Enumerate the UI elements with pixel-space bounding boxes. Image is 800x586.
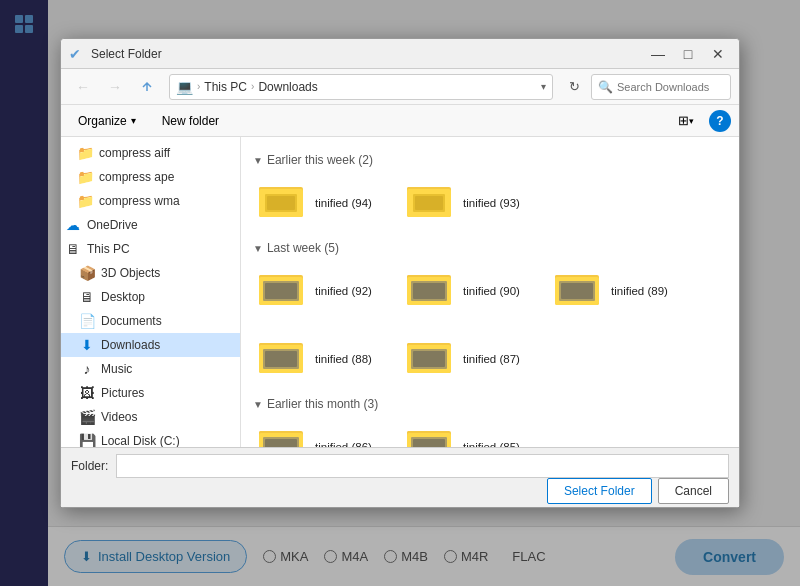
help-button[interactable]: ? xyxy=(709,110,731,132)
folder-item-88[interactable]: tinified (88) xyxy=(253,329,393,389)
folder-item-85[interactable]: tinified (85) xyxy=(401,417,541,447)
videos-icon: 🎬 xyxy=(79,409,95,425)
folder-thumb xyxy=(259,335,307,383)
sidebar-item-label: Videos xyxy=(101,410,137,424)
pc-icon: 🖥 xyxy=(65,241,81,257)
search-icon: 🔍 xyxy=(598,80,613,94)
sidebar-item-label: Documents xyxy=(101,314,162,328)
folder-name: tinified (92) xyxy=(315,284,372,299)
folder-thumb xyxy=(259,423,307,447)
sidebar-item-music[interactable]: ♪ Music xyxy=(61,357,240,381)
downloads-icon: ⬇ xyxy=(79,337,95,353)
sidebar-item-onedrive[interactable]: ☁ OneDrive xyxy=(61,213,240,237)
dialog-content: ▼ Earlier this week (2) xyxy=(241,137,739,447)
group-chevron: ▼ xyxy=(253,399,263,410)
svg-rect-13 xyxy=(415,196,443,210)
select-folder-button[interactable]: Select Folder xyxy=(547,478,652,504)
dialog-footer: Folder: Select Folder Cancel xyxy=(61,447,739,507)
folder-name: tinified (90) xyxy=(463,284,520,299)
folder-thumb xyxy=(407,423,455,447)
folder-name: tinified (94) xyxy=(315,196,372,211)
folder-thumb xyxy=(555,267,603,315)
breadcrumb-icon: 💻 xyxy=(176,79,193,95)
organize-label: Organize xyxy=(78,114,127,128)
view-dropdown-arrow: ▾ xyxy=(689,116,694,126)
dialog-overlay: ✔ Select Folder — □ ✕ ← → 💻 › This PC › xyxy=(0,0,800,586)
minimize-button[interactable]: — xyxy=(645,44,671,64)
docs-icon: 📄 xyxy=(79,313,95,329)
sidebar-item-downloads[interactable]: ⬇ Downloads xyxy=(61,333,240,357)
new-folder-button[interactable]: New folder xyxy=(153,109,228,133)
sidebar-item-label: Music xyxy=(101,362,132,376)
new-folder-label: New folder xyxy=(162,114,219,128)
breadcrumb-sep1: › xyxy=(197,81,200,92)
3d-icon: 📦 xyxy=(79,265,95,281)
close-button[interactable]: ✕ xyxy=(705,44,731,64)
folder-item-86[interactable]: tinified (86) xyxy=(253,417,393,447)
svg-rect-18 xyxy=(265,283,297,299)
organize-button[interactable]: Organize ▾ xyxy=(69,109,145,133)
group-chevron: ▼ xyxy=(253,243,263,254)
maximize-button[interactable]: □ xyxy=(675,44,701,64)
view-button[interactable]: ⊞ ▾ xyxy=(671,109,701,133)
folder-name: tinified (86) xyxy=(315,440,372,447)
group-label: Earlier this week (2) xyxy=(267,153,373,167)
folder-row: Folder: xyxy=(71,454,729,478)
folder-icon: 📁 xyxy=(77,193,93,209)
select-folder-dialog: ✔ Select Folder — □ ✕ ← → 💻 › This PC › xyxy=(60,38,740,508)
folder-name: tinified (89) xyxy=(611,284,668,299)
folder-input[interactable] xyxy=(116,454,729,478)
sidebar-item-desktop[interactable]: 🖥 Desktop xyxy=(61,285,240,309)
sidebar-item-this-pc[interactable]: 🖥 This PC xyxy=(61,237,240,261)
dialog-toolbar: ← → 💻 › This PC › Downloads ▾ ↻ 🔍 xyxy=(61,69,739,105)
help-label: ? xyxy=(716,114,723,128)
sidebar-item-label: Downloads xyxy=(101,338,160,352)
search-input[interactable] xyxy=(617,81,724,93)
sidebar-item-label: compress aiff xyxy=(99,146,170,160)
sidebar-item-label: compress wma xyxy=(99,194,180,208)
svg-rect-38 xyxy=(413,351,445,367)
breadcrumb-dropdown[interactable]: ▾ xyxy=(541,81,546,92)
breadcrumb-thispc[interactable]: This PC xyxy=(204,80,247,94)
group-earlier-this-week: ▼ Earlier this week (2) xyxy=(253,153,727,167)
disk-icon: 💾 xyxy=(79,433,95,447)
folder-item-92[interactable]: tinified (92) xyxy=(253,261,393,321)
cancel-button[interactable]: Cancel xyxy=(658,478,729,504)
sidebar-item-compress-ape[interactable]: 📁 compress ape xyxy=(61,165,240,189)
folder-item-89[interactable]: tinified (89) xyxy=(549,261,689,321)
breadcrumb-downloads[interactable]: Downloads xyxy=(258,80,317,94)
folder-item-90[interactable]: tinified (90) xyxy=(401,261,541,321)
sidebar-item-3d-objects[interactable]: 📦 3D Objects xyxy=(61,261,240,285)
pictures-icon: 🖼 xyxy=(79,385,95,401)
sidebar-item-documents[interactable]: 📄 Documents xyxy=(61,309,240,333)
folder-name: tinified (87) xyxy=(463,352,520,367)
folder-thumb xyxy=(407,179,455,227)
sidebar-item-label: Pictures xyxy=(101,386,144,400)
onedrive-icon: ☁ xyxy=(65,217,81,233)
up-button[interactable] xyxy=(133,74,161,100)
forward-button[interactable]: → xyxy=(101,74,129,100)
sidebar-item-pictures[interactable]: 🖼 Pictures xyxy=(61,381,240,405)
folder-item-87[interactable]: tinified (87) xyxy=(401,329,541,389)
folder-icon: 📁 xyxy=(77,145,93,161)
folder-grid-earlier-month: tinified (86) tinified (8 xyxy=(253,417,727,447)
folder-item-93[interactable]: tinified (93) xyxy=(401,173,541,233)
sidebar-item-local-disk[interactable]: 💾 Local Disk (C:) xyxy=(61,429,240,447)
back-button[interactable]: ← xyxy=(69,74,97,100)
sidebar-item-compress-aiff[interactable]: 📁 compress aiff xyxy=(61,141,240,165)
sidebar-item-compress-wma[interactable]: 📁 compress wma xyxy=(61,189,240,213)
refresh-button[interactable]: ↻ xyxy=(561,74,587,100)
dialog-sidebar: 📁 compress aiff 📁 compress ape 📁 compres… xyxy=(61,137,241,447)
sidebar-item-videos[interactable]: 🎬 Videos xyxy=(61,405,240,429)
folder-label: Folder: xyxy=(71,459,108,473)
folder-grid-last-week: tinified (92) tinified (9 xyxy=(253,261,727,389)
titlebar-controls: — □ ✕ xyxy=(645,44,731,64)
folder-thumb xyxy=(407,267,455,315)
cancel-label: Cancel xyxy=(675,484,712,498)
desktop-icon: 🖥 xyxy=(79,289,95,305)
folder-thumb xyxy=(259,267,307,315)
search-box: 🔍 xyxy=(591,74,731,100)
svg-rect-48 xyxy=(413,439,445,447)
folder-item-94[interactable]: tinified (94) xyxy=(253,173,393,233)
svg-rect-28 xyxy=(561,283,593,299)
